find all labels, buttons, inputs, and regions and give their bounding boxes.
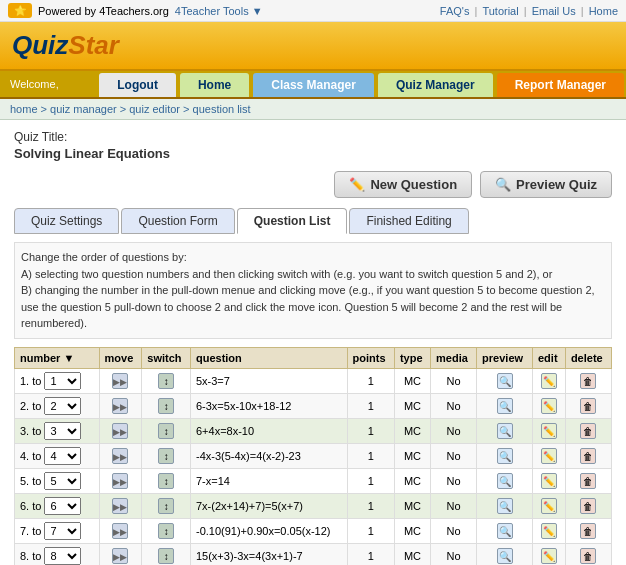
edit-button[interactable]: ✏️: [541, 398, 557, 414]
delete-button[interactable]: 🗑: [580, 498, 596, 514]
cell-media: No: [431, 393, 477, 418]
report-manager-button[interactable]: Report Manager: [497, 73, 624, 97]
order-select[interactable]: 12345678910: [44, 397, 81, 415]
order-select[interactable]: 12345678910: [44, 472, 81, 490]
quiz-title-value: Solving Linear Equations: [14, 146, 612, 161]
header: QuizStar: [0, 22, 626, 71]
order-select[interactable]: 12345678910: [44, 497, 81, 515]
home-nav-button[interactable]: Home: [180, 73, 249, 97]
logout-button[interactable]: Logout: [99, 73, 176, 97]
breadcrumb: home > quiz manager > quiz editor > ques…: [0, 99, 626, 120]
move-button[interactable]: ▶▶: [112, 523, 128, 539]
faq-link[interactable]: FAQ's: [440, 5, 470, 17]
order-select[interactable]: 12345678910: [44, 522, 81, 540]
tab-question-form[interactable]: Question Form: [121, 208, 234, 234]
order-select[interactable]: 12345678910: [44, 372, 81, 390]
switch-button[interactable]: ↕: [158, 373, 174, 389]
col-preview: preview: [477, 347, 533, 368]
preview-quiz-button[interactable]: 🔍 Preview Quiz: [480, 171, 612, 198]
cell-num: 4. to 12345678910: [15, 443, 100, 468]
order-select[interactable]: 12345678910: [44, 422, 81, 440]
powered-badge: ⭐: [8, 3, 32, 18]
preview-button[interactable]: 🔍: [497, 423, 513, 439]
preview-button[interactable]: 🔍: [497, 448, 513, 464]
move-button[interactable]: ▶▶: [112, 373, 128, 389]
cell-delete: 🗑: [565, 418, 611, 443]
edit-button[interactable]: ✏️: [541, 548, 557, 564]
cell-media: No: [431, 468, 477, 493]
delete-button[interactable]: 🗑: [580, 423, 596, 439]
order-select[interactable]: 12345678910: [44, 547, 81, 565]
preview-button[interactable]: 🔍: [497, 398, 513, 414]
cell-preview: 🔍: [477, 393, 533, 418]
switch-button[interactable]: ↕: [158, 473, 174, 489]
edit-button[interactable]: ✏️: [541, 473, 557, 489]
cell-question: 6-3x=5x-10x+18-12: [190, 393, 347, 418]
order-select[interactable]: 12345678910: [44, 447, 81, 465]
cell-media: No: [431, 543, 477, 565]
preview-button[interactable]: 🔍: [497, 473, 513, 489]
tab-question-list[interactable]: Question List: [237, 208, 348, 234]
move-button[interactable]: ▶▶: [112, 548, 128, 564]
col-edit: edit: [533, 347, 566, 368]
cell-question: 7-x=14: [190, 468, 347, 493]
table-row: 8. to 12345678910 ▶▶ ↕ 15(x+3)-3x=4(3x+1…: [15, 543, 612, 565]
new-question-icon: ✏️: [349, 177, 365, 192]
edit-button[interactable]: ✏️: [541, 523, 557, 539]
teacher-tools-btn[interactable]: 4Teacher Tools ▼: [175, 5, 263, 17]
delete-button[interactable]: 🗑: [580, 548, 596, 564]
move-button[interactable]: ▶▶: [112, 398, 128, 414]
quiz-manager-button[interactable]: Quiz Manager: [378, 73, 493, 97]
cell-switch: ↕: [142, 543, 191, 565]
class-manager-button[interactable]: Class Manager: [253, 73, 374, 97]
edit-button[interactable]: ✏️: [541, 423, 557, 439]
cell-move: ▶▶: [99, 443, 142, 468]
new-question-button[interactable]: ✏️ New Question: [334, 171, 472, 198]
switch-button[interactable]: ↕: [158, 498, 174, 514]
move-button[interactable]: ▶▶: [112, 473, 128, 489]
cell-type: MC: [394, 418, 430, 443]
move-button[interactable]: ▶▶: [112, 448, 128, 464]
tab-finished-editing[interactable]: Finished Editing: [349, 208, 468, 234]
cell-edit: ✏️: [533, 418, 566, 443]
cell-edit: ✏️: [533, 393, 566, 418]
cell-points: 1: [347, 468, 394, 493]
delete-button[interactable]: 🗑: [580, 448, 596, 464]
preview-button[interactable]: 🔍: [497, 548, 513, 564]
cell-media: No: [431, 418, 477, 443]
delete-button[interactable]: 🗑: [580, 373, 596, 389]
table-row: 5. to 12345678910 ▶▶ ↕ 7-x=14 1 MC No 🔍 …: [15, 468, 612, 493]
preview-button[interactable]: 🔍: [497, 373, 513, 389]
cell-points: 1: [347, 518, 394, 543]
switch-button[interactable]: ↕: [158, 548, 174, 564]
email-link[interactable]: Email Us: [532, 5, 576, 17]
switch-button[interactable]: ↕: [158, 398, 174, 414]
move-button[interactable]: ▶▶: [112, 498, 128, 514]
switch-button[interactable]: ↕: [158, 523, 174, 539]
delete-button[interactable]: 🗑: [580, 473, 596, 489]
preview-button[interactable]: 🔍: [497, 498, 513, 514]
delete-button[interactable]: 🗑: [580, 398, 596, 414]
preview-button[interactable]: 🔍: [497, 523, 513, 539]
edit-button[interactable]: ✏️: [541, 498, 557, 514]
switch-button[interactable]: ↕: [158, 423, 174, 439]
switch-button[interactable]: ↕: [158, 448, 174, 464]
cell-switch: ↕: [142, 518, 191, 543]
tab-quiz-settings[interactable]: Quiz Settings: [14, 208, 119, 234]
cell-question: -0.10(91)+0.90x=0.05(x-12): [190, 518, 347, 543]
content-area: Quiz Title: Solving Linear Equations ✏️ …: [0, 120, 626, 565]
cell-delete: 🗑: [565, 368, 611, 393]
cell-num: 3. to 12345678910: [15, 418, 100, 443]
delete-button[interactable]: 🗑: [580, 523, 596, 539]
logo-star: Star: [68, 30, 119, 60]
home-top-link[interactable]: Home: [589, 5, 618, 17]
table-row: 2. to 12345678910 ▶▶ ↕ 6-3x=5x-10x+18-12…: [15, 393, 612, 418]
cell-edit: ✏️: [533, 368, 566, 393]
edit-button[interactable]: ✏️: [541, 373, 557, 389]
edit-button[interactable]: ✏️: [541, 448, 557, 464]
cell-type: MC: [394, 493, 430, 518]
cell-preview: 🔍: [477, 518, 533, 543]
cell-delete: 🗑: [565, 518, 611, 543]
move-button[interactable]: ▶▶: [112, 423, 128, 439]
tutorial-link[interactable]: Tutorial: [482, 5, 518, 17]
